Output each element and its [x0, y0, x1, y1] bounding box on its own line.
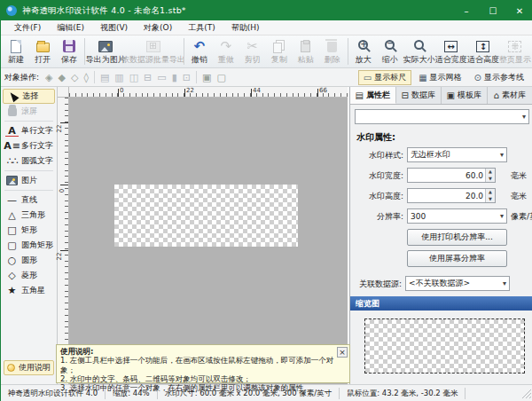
h-ruler-label: 0: [120, 87, 123, 94]
send-to-back-icon[interactable]: ◆: [56, 72, 68, 83]
ruler-corner: [58, 87, 69, 98]
width-unit: 毫米: [511, 170, 527, 182]
h-ruler-label: 22: [186, 87, 194, 94]
triangle-icon: △: [5, 210, 19, 220]
bring-forward-icon[interactable]: ◇: [68, 72, 81, 83]
object-operations-label: 对象操作:: [4, 72, 39, 83]
tool-multi-line-text[interactable]: A 多行文字: [3, 138, 55, 153]
undo-button[interactable]: ↶ 撤销: [186, 36, 213, 67]
redo-icon: ↷: [221, 39, 232, 53]
panel-tabs: ▤ 属性栏 ⊟ 数据库 ▣ 模板库 ⌂ 素材库: [350, 87, 532, 105]
zoom-out-icon: [385, 40, 395, 50]
line-icon: —: [5, 195, 19, 205]
undo-icon: ↶: [194, 39, 206, 53]
show-guides-toggle[interactable]: ⊙ 显示参考线: [469, 70, 529, 85]
open-button[interactable]: 打开: [29, 36, 56, 67]
watermark-object[interactable]: [114, 185, 298, 247]
menu-view[interactable]: 视图(V): [92, 20, 136, 35]
tab-database[interactable]: ⊟ 数据库: [396, 87, 442, 104]
tool-circle[interactable]: ○ 圆形: [3, 253, 55, 268]
dpi-label: 分辨率:: [350, 211, 403, 223]
use-printer-dpi-button[interactable]: 使用打印机分辨率...: [407, 229, 507, 246]
tool-arc-text[interactable]: ∴∴ 圆弧文字: [3, 153, 55, 169]
rectangle-icon: □: [5, 225, 19, 235]
spin-up-icon[interactable]: ▲: [486, 189, 495, 196]
fit-page-icon: ⁜: [508, 41, 521, 52]
design-canvas[interactable]: [69, 98, 348, 384]
tool-line[interactable]: — 直线: [3, 193, 55, 208]
maximize-button[interactable]: ☐: [480, 1, 506, 20]
v-ruler-label: 22: [57, 125, 64, 133]
spin-down-icon[interactable]: ▼: [486, 176, 495, 183]
tool-image[interactable]: 图片: [3, 173, 55, 188]
datasource-select[interactable]: <不关联数据源> ▾: [405, 276, 510, 291]
bring-to-front-icon[interactable]: ◈: [43, 72, 55, 83]
dpi-select[interactable]: 300 ▾: [407, 208, 507, 224]
spin-down-icon[interactable]: ▼: [486, 196, 495, 203]
trash-icon: [327, 42, 337, 52]
width-label: 水印宽度:: [350, 170, 403, 182]
fit-height-button[interactable]: ↕ 适合高度: [467, 36, 499, 67]
save-button[interactable]: 保存: [56, 36, 82, 67]
toolbar-separator: [84, 38, 85, 65]
tool-diamond[interactable]: ◇ 菱形: [3, 268, 55, 283]
tab-properties[interactable]: ▤ 属性栏: [350, 87, 396, 104]
resize-grip-icon[interactable]: [522, 389, 531, 398]
menu-help[interactable]: 帮助(H): [223, 20, 268, 35]
titlebar: 神奇透明水印设计软件 4.0 - 未命名1.stb* – ☐ ✕: [1, 1, 532, 20]
paste-button: 粘贴: [293, 36, 319, 67]
fit-width-button[interactable]: ↔ 适合宽度: [435, 36, 467, 67]
close-button[interactable]: ✕: [506, 1, 532, 20]
export-image-button[interactable]: 导出为图片: [87, 36, 125, 67]
usage-note-close-button[interactable]: ×: [337, 347, 348, 358]
tool-triangle[interactable]: △ 三角形: [3, 208, 55, 223]
menu-edit[interactable]: 编辑(E): [49, 20, 92, 35]
menu-object[interactable]: 对象(O): [136, 20, 180, 35]
send-backward-icon[interactable]: ◊: [81, 72, 90, 83]
circle-icon: ○: [5, 256, 19, 265]
ruler-ticks: [65, 98, 68, 384]
copy-button: 复制: [266, 36, 293, 67]
thumbnail-header: 缩览图: [350, 296, 532, 311]
star-icon: ★: [5, 286, 19, 295]
show-grid-toggle[interactable]: ▦ 显示网格: [413, 70, 466, 85]
tool-rectangle[interactable]: □ 矩形: [3, 223, 55, 238]
toolbar-separator: [348, 38, 348, 65]
tab-materials[interactable]: ⌂ 素材库: [488, 87, 532, 104]
main-toolbar: 新建 打开 保存 导出为图片 依数据源批量导出 ↶ 撤销 ↷ 重做 ✂: [1, 35, 532, 68]
use-screen-dpi-button[interactable]: 使用屏幕分辨率: [407, 250, 507, 267]
usage-help-button[interactable]: 使用说明: [4, 360, 54, 375]
batch-export-icon: [146, 41, 160, 52]
minimize-button[interactable]: –: [453, 1, 480, 20]
tool-rounded-rectangle[interactable]: ▢ 圆角矩形: [3, 238, 55, 253]
chevron-down-icon: ▾: [522, 113, 526, 121]
zoom-out-button[interactable]: 缩小: [377, 36, 403, 67]
tool-scroll: 滚屏: [3, 104, 55, 119]
toolbar-separator: [184, 38, 184, 65]
chevron-down-icon: ▾: [500, 212, 504, 220]
menu-tools[interactable]: 工具(T): [180, 20, 223, 35]
h-ruler-label: 44: [253, 87, 261, 94]
chevron-down-icon: ▾: [503, 279, 506, 287]
new-button[interactable]: 新建: [3, 36, 29, 67]
menu-file[interactable]: 文件(F): [6, 20, 49, 35]
sidebar-separator: [4, 121, 53, 122]
tab-templates[interactable]: ▣ 模板库: [442, 87, 488, 104]
save-floppy-icon: [63, 40, 75, 52]
style-select[interactable]: 无边框水印 ▾: [407, 147, 507, 162]
zoom-in-button[interactable]: 放大: [350, 36, 377, 67]
tool-select[interactable]: 选择: [3, 89, 55, 104]
object-selector-combo[interactable]: ▾: [355, 109, 529, 124]
tool-sidebar: 选择 滚屏 A 单行文字 A 多行文字 ∴∴ 圆弧文字 图片 — 直线: [1, 87, 58, 384]
actual-size-button[interactable]: 实际大小: [403, 36, 435, 67]
batch-export-button: 依数据源批量导出: [125, 36, 182, 67]
objectbar-separator: [94, 71, 95, 83]
sidebar-separator: [4, 170, 53, 171]
spin-up-icon[interactable]: ▲: [486, 169, 495, 176]
database-icon: ⊟: [402, 90, 409, 100]
tool-star[interactable]: ★ 五角星: [3, 283, 55, 298]
tool-single-line-text[interactable]: A 单行文字: [3, 123, 55, 138]
show-ruler-toggle[interactable]: ▭ 显示标尺: [358, 70, 411, 85]
width-spinner[interactable]: 60.0 ▲ ▼: [407, 168, 496, 183]
height-spinner[interactable]: 20.0 ▲ ▼: [407, 188, 496, 203]
